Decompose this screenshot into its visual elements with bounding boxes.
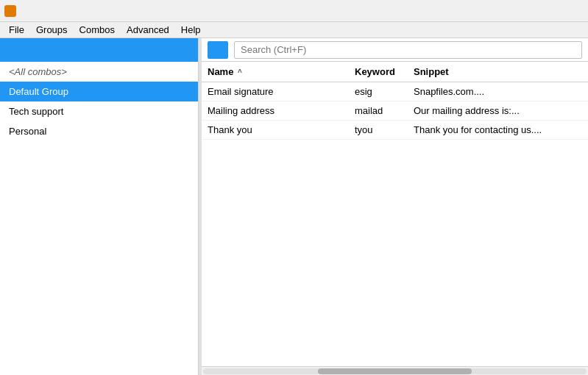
cell-keyword: esig (349, 82, 408, 101)
col-keyword-label: Keyword (355, 66, 395, 77)
groups-header (0, 38, 198, 62)
sidebar-item-personal[interactable]: Personal (0, 121, 198, 141)
cell-snippet: Thank you for contacting us.... (408, 121, 588, 140)
title-bar-controls (481, 0, 582, 22)
maximize-button[interactable] (514, 0, 548, 22)
close-button[interactable] (548, 0, 582, 22)
cell-keyword: tyou (349, 121, 408, 140)
minimize-button[interactable] (481, 0, 514, 22)
menu-item-help[interactable]: Help (175, 23, 207, 37)
combos-table: Name ^ Keyword Snippet Email signaturees… (202, 62, 588, 366)
col-name[interactable]: Name ^ (202, 62, 349, 82)
bottom-scrollbar[interactable] (202, 366, 588, 375)
col-snippet-label: Snippet (414, 66, 449, 77)
menu-item-file[interactable]: File (3, 23, 30, 37)
left-panel: <All combos>Default GroupTech supportPer… (0, 38, 199, 375)
table-row[interactable]: Mailing addressmailadOur mailing address… (202, 101, 588, 121)
sidebar-item-all[interactable]: <All combos> (0, 62, 198, 82)
cell-snippet: Our mailing address is:... (408, 101, 588, 121)
combos-data-table: Name ^ Keyword Snippet Email signaturees… (202, 62, 588, 140)
title-bar-left (4, 5, 21, 17)
app-icon (4, 5, 16, 17)
menu-item-combos[interactable]: Combos (74, 23, 121, 37)
cell-name: Thank you (202, 121, 349, 140)
table-row[interactable]: Email signatureesigSnapfiles.com.... (202, 82, 588, 101)
menu-item-advanced[interactable]: Advanced (121, 23, 175, 37)
menu-item-groups[interactable]: Groups (30, 23, 74, 37)
scrollbar-thumb (318, 368, 471, 374)
title-bar (0, 0, 588, 22)
cell-snippet: Snapfiles.com.... (408, 82, 588, 101)
col-snippet[interactable]: Snippet (408, 62, 588, 82)
col-keyword[interactable]: Keyword (349, 62, 408, 82)
scrollbar-track (203, 368, 587, 374)
sidebar-item-tech[interactable]: Tech support (0, 101, 198, 121)
cell-keyword: mailad (349, 101, 408, 121)
sort-arrow: ^ (238, 68, 242, 76)
combos-button[interactable] (208, 41, 228, 59)
cell-name: Mailing address (202, 101, 349, 121)
cell-name: Email signature (202, 82, 349, 101)
menu-bar: File Groups Combos Advanced Help (0, 22, 588, 38)
combos-toolbar (202, 38, 588, 62)
search-input[interactable] (234, 41, 582, 59)
main-content: <All combos>Default GroupTech supportPer… (0, 38, 588, 375)
col-name-label: Name (208, 66, 233, 77)
right-panel: Name ^ Keyword Snippet Email signaturees… (202, 38, 588, 375)
table-header: Name ^ Keyword Snippet (202, 62, 588, 82)
groups-list: <All combos>Default GroupTech supportPer… (0, 62, 198, 375)
table-row[interactable]: Thank youtyouThank you for contacting us… (202, 121, 588, 140)
sidebar-item-default[interactable]: Default Group (0, 82, 198, 101)
table-body: Email signatureesigSnapfiles.com....Mail… (202, 82, 588, 140)
